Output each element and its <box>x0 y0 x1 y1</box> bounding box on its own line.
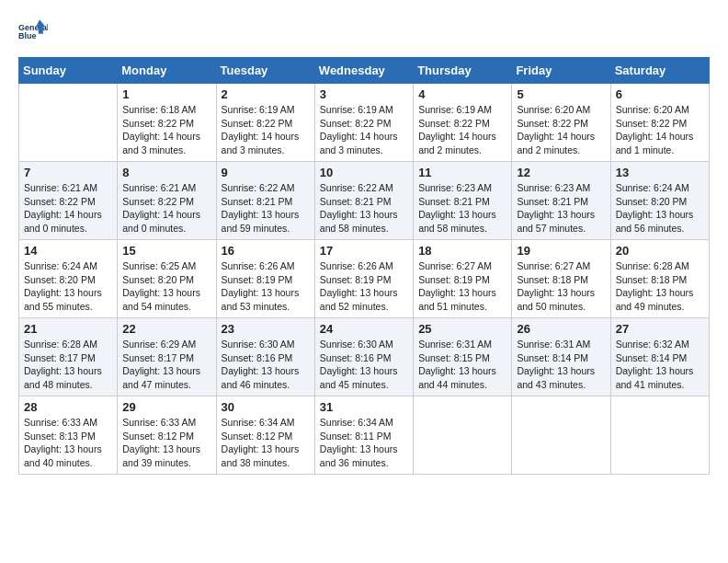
calendar-header: SundayMondayTuesdayWednesdayThursdayFrid… <box>19 58 710 84</box>
day-number: 2 <box>222 87 310 101</box>
calendar-cell: 28Sunrise: 6:33 AMSunset: 8:13 PMDayligh… <box>19 396 118 475</box>
cell-content: Sunrise: 6:24 AMSunset: 8:20 PMDaylight:… <box>616 181 704 236</box>
calendar-table: SundayMondayTuesdayWednesdayThursdayFrid… <box>18 57 710 475</box>
calendar-cell <box>512 396 610 475</box>
cell-content: Sunrise: 6:33 AMSunset: 8:12 PMDaylight:… <box>122 416 210 470</box>
cell-content: Sunrise: 6:23 AMSunset: 8:21 PMDaylight:… <box>517 181 605 236</box>
cell-content: Sunrise: 6:20 AMSunset: 8:22 PMDaylight:… <box>616 103 704 157</box>
day-header-tuesday: Tuesday <box>216 58 314 84</box>
calendar-cell: 27Sunrise: 6:32 AMSunset: 8:14 PMDayligh… <box>610 318 709 396</box>
day-number: 5 <box>517 87 605 101</box>
calendar-cell: 5Sunrise: 6:20 AMSunset: 8:22 PMDaylight… <box>512 84 610 162</box>
calendar-cell: 15Sunrise: 6:25 AMSunset: 8:20 PMDayligh… <box>118 240 216 318</box>
cell-content: Sunrise: 6:31 AMSunset: 8:14 PMDaylight:… <box>517 338 605 392</box>
calendar-cell: 25Sunrise: 6:31 AMSunset: 8:15 PMDayligh… <box>414 318 512 396</box>
cell-content: Sunrise: 6:21 AMSunset: 8:22 PMDaylight:… <box>24 181 112 236</box>
cell-content: Sunrise: 6:21 AMSunset: 8:22 PMDaylight:… <box>122 181 210 236</box>
day-number: 18 <box>418 244 506 258</box>
day-header-wednesday: Wednesday <box>314 58 413 84</box>
cell-content: Sunrise: 6:26 AMSunset: 8:19 PMDaylight:… <box>222 259 310 314</box>
day-number: 16 <box>222 244 310 258</box>
calendar-cell: 29Sunrise: 6:33 AMSunset: 8:12 PMDayligh… <box>118 396 216 475</box>
calendar-cell: 7Sunrise: 6:21 AMSunset: 8:22 PMDaylight… <box>19 162 118 240</box>
day-number: 20 <box>616 244 704 258</box>
cell-content: Sunrise: 6:33 AMSunset: 8:13 PMDaylight:… <box>24 416 112 470</box>
calendar-cell: 19Sunrise: 6:27 AMSunset: 8:18 PMDayligh… <box>512 240 610 318</box>
day-number: 23 <box>222 322 310 336</box>
calendar-cell: 20Sunrise: 6:28 AMSunset: 8:18 PMDayligh… <box>610 240 709 318</box>
cell-content: Sunrise: 6:28 AMSunset: 8:17 PMDaylight:… <box>24 338 112 392</box>
day-header-monday: Monday <box>118 58 216 84</box>
calendar-cell <box>610 396 709 475</box>
day-number: 6 <box>616 87 704 101</box>
day-number: 21 <box>24 322 112 336</box>
cell-content: Sunrise: 6:28 AMSunset: 8:18 PMDaylight:… <box>616 259 704 314</box>
calendar-cell: 3Sunrise: 6:19 AMSunset: 8:22 PMDaylight… <box>314 84 413 162</box>
cell-content: Sunrise: 6:23 AMSunset: 8:21 PMDaylight:… <box>418 181 506 236</box>
day-number: 28 <box>24 400 112 414</box>
cell-content: Sunrise: 6:29 AMSunset: 8:17 PMDaylight:… <box>122 338 210 392</box>
cell-content: Sunrise: 6:30 AMSunset: 8:16 PMDaylight:… <box>320 338 408 392</box>
cell-content: Sunrise: 6:32 AMSunset: 8:14 PMDaylight:… <box>616 338 704 392</box>
day-header-thursday: Thursday <box>414 58 512 84</box>
day-number: 30 <box>222 400 310 414</box>
day-number: 10 <box>320 166 408 179</box>
cell-content: Sunrise: 6:19 AMSunset: 8:22 PMDaylight:… <box>320 103 408 157</box>
cell-content: Sunrise: 6:22 AMSunset: 8:21 PMDaylight:… <box>320 181 408 236</box>
week-row-1: 1Sunrise: 6:18 AMSunset: 8:22 PMDaylight… <box>19 84 710 162</box>
calendar-cell: 18Sunrise: 6:27 AMSunset: 8:19 PMDayligh… <box>414 240 512 318</box>
calendar-cell: 6Sunrise: 6:20 AMSunset: 8:22 PMDaylight… <box>610 84 709 162</box>
calendar-cell: 13Sunrise: 6:24 AMSunset: 8:20 PMDayligh… <box>610 162 709 240</box>
calendar-cell: 14Sunrise: 6:24 AMSunset: 8:20 PMDayligh… <box>19 240 118 318</box>
header-row: SundayMondayTuesdayWednesdayThursdayFrid… <box>19 58 710 84</box>
day-header-saturday: Saturday <box>610 58 709 84</box>
day-number: 31 <box>320 400 408 414</box>
cell-content: Sunrise: 6:34 AMSunset: 8:12 PMDaylight:… <box>222 416 310 470</box>
cell-content: Sunrise: 6:27 AMSunset: 8:18 PMDaylight:… <box>517 259 605 314</box>
calendar-cell: 2Sunrise: 6:19 AMSunset: 8:22 PMDaylight… <box>216 84 314 162</box>
calendar-cell: 9Sunrise: 6:22 AMSunset: 8:21 PMDaylight… <box>216 162 314 240</box>
day-number: 13 <box>616 166 704 179</box>
day-number: 7 <box>24 166 112 179</box>
calendar-cell: 24Sunrise: 6:30 AMSunset: 8:16 PMDayligh… <box>314 318 413 396</box>
day-number: 25 <box>418 322 506 336</box>
cell-content: Sunrise: 6:25 AMSunset: 8:20 PMDaylight:… <box>122 259 210 314</box>
calendar-cell: 12Sunrise: 6:23 AMSunset: 8:21 PMDayligh… <box>512 162 610 240</box>
day-number: 27 <box>616 322 704 336</box>
day-number: 15 <box>122 244 210 258</box>
calendar-cell: 11Sunrise: 6:23 AMSunset: 8:21 PMDayligh… <box>414 162 512 240</box>
day-number: 14 <box>24 244 112 258</box>
calendar-cell: 4Sunrise: 6:19 AMSunset: 8:22 PMDaylight… <box>414 84 512 162</box>
svg-text:Blue: Blue <box>18 31 36 40</box>
cell-content: Sunrise: 6:22 AMSunset: 8:21 PMDaylight:… <box>222 181 310 236</box>
day-number: 12 <box>517 166 605 179</box>
day-number: 11 <box>418 166 506 179</box>
day-number: 1 <box>122 87 210 101</box>
day-header-sunday: Sunday <box>19 58 118 84</box>
calendar-cell <box>414 396 512 475</box>
calendar-cell: 21Sunrise: 6:28 AMSunset: 8:17 PMDayligh… <box>19 318 118 396</box>
cell-content: Sunrise: 6:18 AMSunset: 8:22 PMDaylight:… <box>122 103 210 157</box>
day-number: 22 <box>122 322 210 336</box>
day-number: 17 <box>320 244 408 258</box>
calendar-cell: 16Sunrise: 6:26 AMSunset: 8:19 PMDayligh… <box>216 240 314 318</box>
cell-content: Sunrise: 6:24 AMSunset: 8:20 PMDaylight:… <box>24 259 112 314</box>
week-row-5: 28Sunrise: 6:33 AMSunset: 8:13 PMDayligh… <box>19 396 710 475</box>
calendar-cell: 8Sunrise: 6:21 AMSunset: 8:22 PMDaylight… <box>118 162 216 240</box>
day-number: 3 <box>320 87 408 101</box>
day-number: 9 <box>222 166 310 179</box>
cell-content: Sunrise: 6:27 AMSunset: 8:19 PMDaylight:… <box>418 259 506 314</box>
cell-content: Sunrise: 6:31 AMSunset: 8:15 PMDaylight:… <box>418 338 506 392</box>
day-number: 19 <box>517 244 605 258</box>
calendar-cell: 31Sunrise: 6:34 AMSunset: 8:11 PMDayligh… <box>314 396 413 475</box>
cell-content: Sunrise: 6:19 AMSunset: 8:22 PMDaylight:… <box>222 103 310 157</box>
day-number: 29 <box>122 400 210 414</box>
cell-content: Sunrise: 6:30 AMSunset: 8:16 PMDaylight:… <box>222 338 310 392</box>
day-number: 4 <box>418 87 506 101</box>
cell-content: Sunrise: 6:34 AMSunset: 8:11 PMDaylight:… <box>320 416 408 470</box>
calendar-body: 1Sunrise: 6:18 AMSunset: 8:22 PMDaylight… <box>19 84 710 475</box>
calendar-cell: 22Sunrise: 6:29 AMSunset: 8:17 PMDayligh… <box>118 318 216 396</box>
logo-icon: GeneralBlue <box>18 18 48 48</box>
calendar-cell: 30Sunrise: 6:34 AMSunset: 8:12 PMDayligh… <box>216 396 314 475</box>
day-number: 24 <box>320 322 408 336</box>
